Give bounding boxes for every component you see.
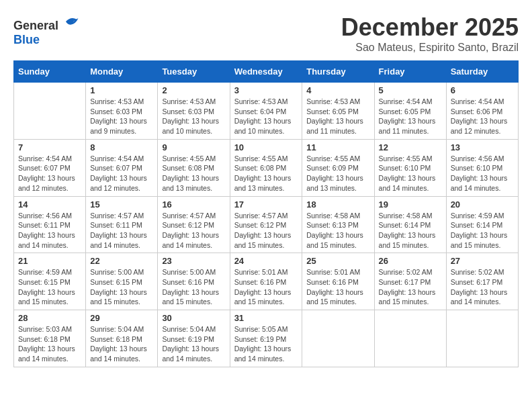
day-cell: 27Sunrise: 5:02 AM Sunset: 6:17 PM Dayli… (446, 253, 518, 310)
week-row-4: 21Sunrise: 4:59 AM Sunset: 6:15 PM Dayli… (14, 253, 519, 310)
day-info: Sunrise: 4:55 AM Sunset: 6:08 PM Dayligh… (234, 154, 298, 193)
day-cell: 25Sunrise: 5:01 AM Sunset: 6:16 PM Dayli… (302, 253, 374, 310)
day-cell: 2Sunrise: 4:53 AM Sunset: 6:03 PM Daylig… (158, 83, 230, 140)
day-info: Sunrise: 5:02 AM Sunset: 6:17 PM Dayligh… (379, 267, 442, 307)
day-info: Sunrise: 4:57 AM Sunset: 6:12 PM Dayligh… (162, 211, 225, 250)
day-info: Sunrise: 4:55 AM Sunset: 6:09 PM Dayligh… (306, 154, 369, 193)
day-info: Sunrise: 4:59 AM Sunset: 6:15 PM Dayligh… (18, 267, 81, 307)
day-info: Sunrise: 4:57 AM Sunset: 6:11 PM Dayligh… (90, 211, 153, 250)
day-cell: 15Sunrise: 4:57 AM Sunset: 6:11 PM Dayli… (86, 196, 158, 253)
day-number: 24 (234, 256, 298, 266)
page-container: General Blue December 2025 Sao Mateus, E… (13, 13, 519, 367)
day-number: 14 (18, 199, 81, 210)
header: General Blue December 2025 Sao Mateus, E… (13, 13, 519, 54)
day-number: 20 (451, 199, 514, 210)
day-number: 31 (234, 313, 298, 323)
day-info: Sunrise: 4:53 AM Sunset: 6:03 PM Dayligh… (162, 97, 225, 136)
day-info: Sunrise: 4:56 AM Sunset: 6:11 PM Dayligh… (18, 211, 81, 250)
week-row-2: 7Sunrise: 4:54 AM Sunset: 6:07 PM Daylig… (14, 139, 519, 196)
day-number: 11 (306, 142, 369, 152)
day-number: 5 (379, 85, 442, 95)
day-number: 19 (379, 199, 442, 210)
day-info: Sunrise: 4:53 AM Sunset: 6:05 PM Dayligh… (306, 97, 369, 136)
weekday-header-wednesday: Wednesday (230, 61, 302, 83)
day-info: Sunrise: 4:53 AM Sunset: 6:03 PM Dayligh… (90, 97, 153, 136)
day-cell: 20Sunrise: 4:59 AM Sunset: 6:14 PM Dayli… (446, 196, 518, 253)
day-info: Sunrise: 4:54 AM Sunset: 6:05 PM Dayligh… (379, 97, 442, 136)
weekday-header-saturday: Saturday (446, 61, 518, 83)
day-info: Sunrise: 5:04 AM Sunset: 6:19 PM Dayligh… (162, 324, 225, 364)
day-number: 21 (18, 256, 81, 266)
day-number: 22 (90, 256, 153, 266)
day-info: Sunrise: 5:05 AM Sunset: 6:19 PM Dayligh… (234, 324, 298, 364)
day-cell: 29Sunrise: 5:04 AM Sunset: 6:18 PM Dayli… (86, 310, 158, 367)
day-number: 15 (90, 199, 153, 210)
logo-general: General (13, 19, 58, 32)
day-number: 18 (306, 199, 369, 210)
day-number: 3 (234, 85, 298, 95)
day-cell: 22Sunrise: 5:00 AM Sunset: 6:15 PM Dayli… (86, 253, 158, 310)
day-number: 27 (451, 256, 514, 266)
day-info: Sunrise: 4:58 AM Sunset: 6:14 PM Dayligh… (379, 211, 442, 250)
day-number: 10 (234, 142, 298, 152)
day-cell: 24Sunrise: 5:01 AM Sunset: 6:16 PM Dayli… (230, 253, 302, 310)
day-info: Sunrise: 4:56 AM Sunset: 6:10 PM Dayligh… (451, 154, 514, 193)
logo-bird-icon (63, 13, 79, 30)
day-cell: 30Sunrise: 5:04 AM Sunset: 6:19 PM Dayli… (158, 310, 230, 367)
day-number: 30 (162, 313, 225, 323)
day-number: 12 (379, 142, 442, 152)
day-cell: 21Sunrise: 4:59 AM Sunset: 6:15 PM Dayli… (14, 253, 86, 310)
day-info: Sunrise: 4:59 AM Sunset: 6:14 PM Dayligh… (451, 211, 514, 250)
day-number: 1 (90, 85, 153, 95)
day-info: Sunrise: 4:57 AM Sunset: 6:12 PM Dayligh… (234, 211, 298, 250)
day-cell: 10Sunrise: 4:55 AM Sunset: 6:08 PM Dayli… (230, 139, 302, 196)
day-cell: 7Sunrise: 4:54 AM Sunset: 6:07 PM Daylig… (14, 139, 86, 196)
day-cell: 26Sunrise: 5:02 AM Sunset: 6:17 PM Dayli… (374, 253, 446, 310)
logo: General Blue (13, 13, 79, 47)
weekday-header-friday: Friday (374, 61, 446, 83)
day-info: Sunrise: 4:54 AM Sunset: 6:07 PM Dayligh… (90, 154, 153, 193)
day-number: 16 (162, 199, 225, 210)
weekday-header-tuesday: Tuesday (158, 61, 230, 83)
week-row-1: 1Sunrise: 4:53 AM Sunset: 6:03 PM Daylig… (14, 83, 519, 140)
day-cell (374, 310, 446, 367)
day-info: Sunrise: 5:02 AM Sunset: 6:17 PM Dayligh… (451, 267, 514, 307)
day-number: 26 (379, 256, 442, 266)
day-info: Sunrise: 4:58 AM Sunset: 6:13 PM Dayligh… (306, 211, 369, 250)
title-section: December 2025 Sao Mateus, Espirito Santo… (341, 13, 519, 54)
week-row-5: 28Sunrise: 5:03 AM Sunset: 6:18 PM Dayli… (14, 310, 519, 367)
day-cell: 11Sunrise: 4:55 AM Sunset: 6:09 PM Dayli… (302, 139, 374, 196)
day-cell: 18Sunrise: 4:58 AM Sunset: 6:13 PM Dayli… (302, 196, 374, 253)
logo-blue: Blue (13, 33, 40, 46)
day-cell: 3Sunrise: 4:53 AM Sunset: 6:04 PM Daylig… (230, 83, 302, 140)
day-cell: 8Sunrise: 4:54 AM Sunset: 6:07 PM Daylig… (86, 139, 158, 196)
day-info: Sunrise: 4:54 AM Sunset: 6:07 PM Dayligh… (18, 154, 81, 193)
day-cell: 17Sunrise: 4:57 AM Sunset: 6:12 PM Dayli… (230, 196, 302, 253)
day-number: 6 (451, 85, 514, 95)
day-info: Sunrise: 4:54 AM Sunset: 6:06 PM Dayligh… (451, 97, 514, 136)
weekday-header-sunday: Sunday (14, 61, 86, 83)
day-cell: 5Sunrise: 4:54 AM Sunset: 6:05 PM Daylig… (374, 83, 446, 140)
day-number: 29 (90, 313, 153, 323)
day-cell: 13Sunrise: 4:56 AM Sunset: 6:10 PM Dayli… (446, 139, 518, 196)
day-cell: 23Sunrise: 5:00 AM Sunset: 6:16 PM Dayli… (158, 253, 230, 310)
day-number: 28 (18, 313, 81, 323)
day-info: Sunrise: 5:00 AM Sunset: 6:15 PM Dayligh… (90, 267, 153, 307)
day-number: 25 (306, 256, 369, 266)
day-info: Sunrise: 5:01 AM Sunset: 6:16 PM Dayligh… (234, 267, 298, 307)
day-number: 13 (451, 142, 514, 152)
day-info: Sunrise: 4:55 AM Sunset: 6:08 PM Dayligh… (162, 154, 225, 193)
day-cell: 9Sunrise: 4:55 AM Sunset: 6:08 PM Daylig… (158, 139, 230, 196)
day-number: 23 (162, 256, 225, 266)
day-cell (14, 83, 86, 140)
day-cell: 19Sunrise: 4:58 AM Sunset: 6:14 PM Dayli… (374, 196, 446, 253)
day-info: Sunrise: 4:53 AM Sunset: 6:04 PM Dayligh… (234, 97, 298, 136)
weekday-header-row: SundayMondayTuesdayWednesdayThursdayFrid… (14, 61, 519, 83)
day-cell: 14Sunrise: 4:56 AM Sunset: 6:11 PM Dayli… (14, 196, 86, 253)
day-info: Sunrise: 5:00 AM Sunset: 6:16 PM Dayligh… (162, 267, 225, 307)
day-cell: 31Sunrise: 5:05 AM Sunset: 6:19 PM Dayli… (230, 310, 302, 367)
day-cell: 28Sunrise: 5:03 AM Sunset: 6:18 PM Dayli… (14, 310, 86, 367)
day-number: 17 (234, 199, 298, 210)
day-number: 9 (162, 142, 225, 152)
day-number: 4 (306, 85, 369, 95)
